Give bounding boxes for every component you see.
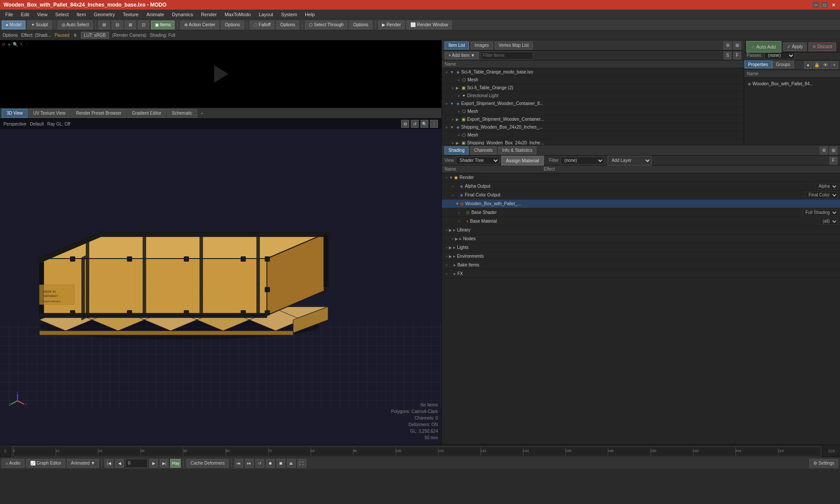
viewport-3d[interactable]: Perspective Default Ray GL: Off ⚙ ↺ 🔍 ⋮ (0, 119, 441, 444)
vp-reset-btn[interactable]: ↺ (411, 120, 419, 128)
item-eye-9[interactable]: ● (452, 141, 454, 145)
tab-3d-view[interactable]: 3D View (2, 109, 28, 118)
close-btn[interactable]: ✕ (830, 2, 836, 8)
shader-eye-9[interactable]: ● (445, 254, 448, 259)
auto-select-btn[interactable]: ◎ Auto Select (58, 21, 93, 29)
grp-lock-btn[interactable]: 🔒 (813, 61, 821, 69)
minimize-btn[interactable]: ─ (813, 2, 819, 8)
item-arrow-9[interactable]: ▶ (456, 141, 459, 145)
item-eye-6[interactable]: ● (452, 117, 454, 122)
il-settings-btn[interactable]: ⚙ (724, 42, 732, 49)
item-list-f-btn[interactable]: F (733, 52, 741, 60)
grp-expand-btn[interactable]: + (830, 61, 838, 69)
render-btn[interactable]: ▶ Render (378, 21, 405, 29)
item-eye-1[interactable]: ● (458, 78, 460, 82)
item-arrow-6[interactable]: ▶ (456, 117, 459, 122)
item-eye-3[interactable]: ● (458, 94, 460, 98)
shader-row-7[interactable]: ●▶▸Nodes (442, 234, 840, 243)
menu-system[interactable]: System (277, 11, 301, 18)
toolbar-icon3[interactable]: ⊠ (125, 21, 136, 29)
shader-eye-10[interactable]: ● (445, 263, 448, 267)
render-window-btn[interactable]: ⬜ Render Window (406, 21, 452, 29)
item-eye-8[interactable]: ● (458, 133, 460, 137)
falloff-btn[interactable]: ◌ Falloff (250, 21, 275, 29)
toolbar-icon1[interactable]: ⊞ (98, 21, 110, 29)
tab-shading[interactable]: Shading (444, 147, 469, 154)
filter-select[interactable]: (none) (560, 157, 604, 164)
preview-icon5[interactable]: ⋮ (25, 42, 29, 47)
tab-gradient[interactable]: Gradient Editor (127, 109, 166, 118)
item-eye-0[interactable]: ● (445, 70, 448, 74)
tab-info-stats[interactable]: Info & Statistics (498, 147, 536, 154)
t2[interactable]: ⏭ (245, 459, 254, 468)
menu-maxtomodo[interactable]: MaxToModo (221, 11, 254, 18)
shader-effect-select-1[interactable]: Alpha (816, 183, 838, 190)
tab-images[interactable]: Images (471, 42, 493, 49)
menu-file[interactable]: File (2, 11, 17, 18)
shader-row-3[interactable]: ●▼Wooden_Box_with_Pallet_... (442, 200, 840, 208)
shader-tree-select[interactable]: Shader Tree (456, 157, 500, 164)
tab-channels[interactable]: Channels (470, 147, 497, 154)
shader-eye-8[interactable]: ● (445, 245, 448, 250)
tab-vertex-map[interactable]: Vertex Map List (495, 42, 533, 49)
options2-btn[interactable]: Options (276, 21, 299, 29)
menu-layout[interactable]: Layout (255, 11, 276, 18)
menu-edit[interactable]: Edit (18, 11, 33, 18)
t7[interactable]: ⛶ (298, 459, 306, 468)
t4[interactable]: ⏺ (266, 459, 275, 468)
shader-eye-1[interactable]: ● (452, 184, 454, 189)
options1-btn[interactable]: Options (221, 21, 244, 29)
filter-icon[interactable]: S (724, 52, 732, 60)
transport-prev-end[interactable]: |◀ (105, 459, 113, 468)
tab-uv-texture[interactable]: UV Texture View (28, 109, 70, 118)
shader-effect-select-4[interactable]: Full Shading (802, 209, 838, 216)
play-icon[interactable] (210, 63, 232, 85)
il-expand-btn[interactable]: ⊞ (733, 42, 741, 49)
grp-vis-btn[interactable]: 👁 (822, 61, 830, 69)
shader-eye-7[interactable]: ● (452, 237, 454, 241)
item-list-content[interactable]: ●▼◈Sci-fi_Table_Orange_modo_base.lxo●⬡Me… (442, 68, 744, 145)
assign-material-btn[interactable]: Assign Material (501, 156, 544, 165)
vp-more-btn[interactable]: ⋮ (430, 120, 438, 128)
settings-btn[interactable]: ⚙ Settings (809, 459, 838, 468)
shader-row-5[interactable]: ●●Base Material(all) (442, 217, 840, 226)
preview-icon1[interactable]: ⚙ (2, 42, 6, 47)
effect-shading[interactable]: Effect: (Shadi... (21, 33, 51, 38)
shading-settings-btn[interactable]: ⚙ (820, 147, 828, 154)
shader-effect-select-5[interactable]: (all) (819, 218, 838, 225)
shader-arrow-3[interactable]: ▼ (455, 202, 459, 206)
menu-item[interactable]: Item (73, 11, 89, 18)
auto-add-btn[interactable]: ↑ Auto Add (746, 41, 781, 52)
menu-view[interactable]: View (34, 11, 51, 18)
window-controls[interactable]: ─ □ ✕ (813, 2, 836, 8)
filter-items-input[interactable] (481, 52, 533, 60)
shader-arrow-7[interactable]: ▶ (455, 237, 458, 241)
toolbar-icon2[interactable]: ⊟ (112, 21, 123, 29)
tab-groups[interactable]: Groups (772, 60, 794, 68)
groups-content[interactable]: ◈ Wooden_Box_with_Pallet_84... (744, 78, 840, 145)
shader-eye-6[interactable]: ● (445, 228, 448, 232)
item-row-2[interactable]: ●▶▣Sci-fi_Table_Orange (2) (442, 84, 744, 92)
audio-btn[interactable]: ♪ Audio (2, 459, 24, 468)
item-eye-7[interactable]: ● (445, 125, 448, 130)
item-row-6[interactable]: ●▶▣Export_Shipment_Wooden_Container... (442, 116, 744, 123)
transport-next-end[interactable]: ▶| (160, 459, 168, 468)
vp-zoom-btn[interactable]: 🔍 (420, 120, 428, 128)
group-item[interactable]: ◈ Wooden_Box_with_Pallet_84... (746, 80, 838, 88)
shading-expand-btn[interactable]: ⊞ (830, 147, 837, 154)
item-eye-5[interactable]: ● (458, 109, 460, 114)
options3-btn[interactable]: Options (349, 21, 372, 29)
item-arrow-4[interactable]: ▼ (450, 102, 454, 106)
preview-icon4[interactable]: ⇱ (20, 42, 23, 47)
animated-btn[interactable]: Animated ▼ (67, 459, 99, 468)
item-eye-2[interactable]: ● (452, 86, 454, 90)
shading-content[interactable]: ●▼◉Render●◈Alpha OutputAlpha●◈Final Colo… (442, 173, 840, 444)
timeline-ruler[interactable]: 0122436486072849610812013214415616818019… (13, 447, 821, 456)
item-row-4[interactable]: ●▼◈Export_Shipment_Wooden_Container_8... (442, 100, 744, 108)
play-btn[interactable]: Play (170, 459, 181, 468)
shader-row-6[interactable]: ●▶▸Library (442, 226, 840, 234)
sculpt-btn[interactable]: ✦ Sculpt (27, 21, 52, 29)
item-row-8[interactable]: ●⬡Mesh (442, 131, 744, 139)
menu-animate[interactable]: Animate (143, 11, 168, 18)
tab-schematic[interactable]: Schematic (167, 109, 197, 118)
